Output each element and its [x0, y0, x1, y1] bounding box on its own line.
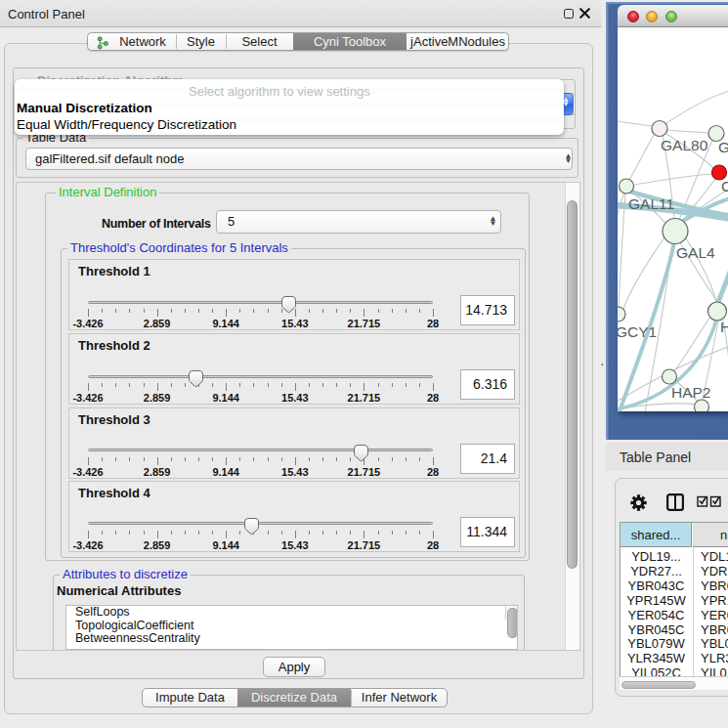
- svg-text:GAL4: GAL4: [676, 244, 715, 261]
- svg-text:GAL11: GAL11: [628, 195, 674, 212]
- svg-text:GAL80: GAL80: [661, 137, 708, 153]
- svg-text:HAP2: HAP2: [671, 384, 711, 401]
- svg-text:GA: GA: [718, 139, 728, 155]
- svg-text:GCY1: GCY1: [618, 323, 657, 340]
- svg-text:H: H: [720, 319, 728, 335]
- svg-text:C: C: [721, 178, 728, 194]
